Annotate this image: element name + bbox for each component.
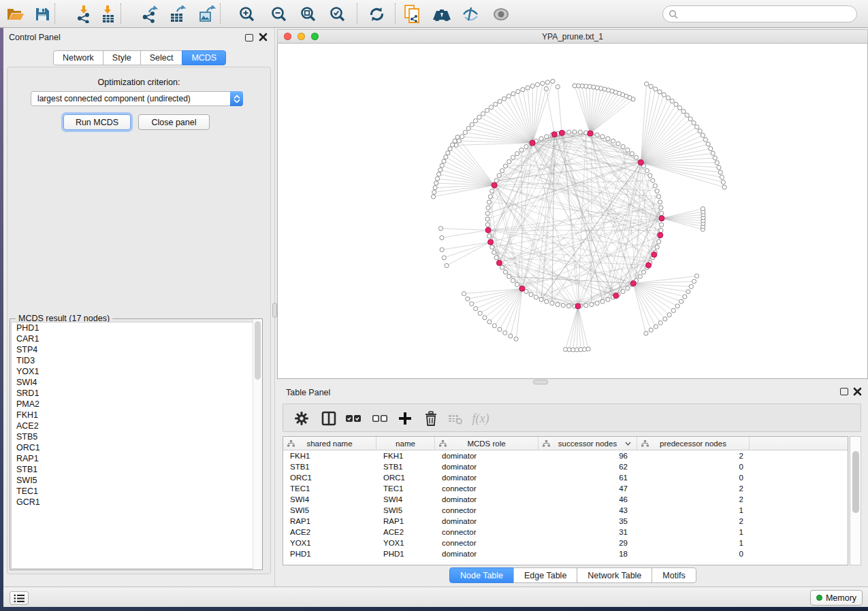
network-view-canvas[interactable]	[277, 44, 868, 379]
cell-predecessor-nodes[interactable]: 0	[637, 463, 750, 471]
cell-name[interactable]: RAP1	[376, 517, 435, 525]
open-folder-icon[interactable]	[5, 5, 26, 24]
export-image-icon[interactable]	[197, 5, 217, 24]
tab-motifs[interactable]: Motifs	[652, 567, 696, 583]
control-panel-float-icon[interactable]	[245, 34, 253, 42]
memory-button[interactable]: Memory	[810, 590, 863, 606]
save-icon[interactable]	[32, 5, 52, 24]
tab-node-table[interactable]: Node Table	[449, 567, 514, 583]
cell-mcds-role[interactable]: dominator	[435, 495, 539, 503]
show-hidden-icon[interactable]	[491, 5, 511, 24]
mcds-result-item[interactable]: STP4	[12, 344, 261, 355]
mcds-result-item[interactable]: PMA2	[12, 399, 261, 410]
mcds-result-item[interactable]: YOX1	[12, 366, 261, 377]
table-row[interactable]: TEC1 TEC1 connector 47 2	[283, 483, 848, 494]
cell-successor-nodes[interactable]: 61	[539, 474, 637, 482]
table-row[interactable]: PHD1 PHD1 dominator 18 0	[283, 548, 848, 559]
zoom-in-icon[interactable]	[237, 5, 257, 24]
tab-style[interactable]: Style	[103, 50, 141, 65]
cell-name[interactable]: ORC1	[376, 474, 435, 482]
cell-successor-nodes[interactable]: 29	[539, 539, 637, 547]
export-network-icon[interactable]	[140, 5, 160, 24]
delete-column-icon[interactable]	[421, 410, 441, 427]
cell-predecessor-nodes[interactable]: 2	[637, 484, 750, 493]
cell-successor-nodes[interactable]: 35	[539, 517, 637, 525]
cell-shared-name[interactable]: STB1	[283, 463, 376, 471]
search-input[interactable]	[678, 10, 856, 19]
cell-name[interactable]: FKH1	[376, 452, 435, 460]
cell-predecessor-nodes[interactable]: 0	[637, 474, 750, 482]
cell-name[interactable]: PHD1	[376, 550, 435, 558]
new-network-from-selection-icon[interactable]	[402, 5, 423, 24]
zoom-selected-icon[interactable]	[327, 5, 348, 24]
cell-name[interactable]: TEC1	[376, 484, 435, 493]
function-builder-icon[interactable]: f(x)	[470, 410, 491, 427]
tab-network[interactable]: Network	[53, 50, 103, 65]
node-table[interactable]: shared name name MCDS role successor nod…	[283, 436, 848, 565]
refresh-icon[interactable]	[366, 5, 387, 24]
mcds-result-item[interactable]: TEC1	[12, 486, 261, 497]
select-all-checkboxes-icon[interactable]	[343, 410, 364, 427]
column-header-shared-name[interactable]: shared name	[283, 437, 376, 450]
unselect-all-checkboxes-icon[interactable]	[370, 410, 390, 427]
cell-successor-nodes[interactable]: 47	[539, 484, 637, 493]
cell-mcds-role[interactable]: dominator	[435, 452, 539, 460]
mcds-result-item[interactable]: ACE2	[12, 420, 261, 431]
column-header-predecessor-nodes[interactable]: predecessor nodes	[637, 437, 750, 450]
tab-mcds[interactable]: MCDS	[182, 50, 226, 65]
cell-shared-name[interactable]: PHD1	[283, 550, 376, 558]
cell-mcds-role[interactable]: connector	[435, 484, 539, 493]
cell-shared-name[interactable]: SWI5	[283, 506, 376, 514]
mcds-result-item[interactable]: STB1	[12, 464, 261, 475]
cell-name[interactable]: ACE2	[376, 528, 435, 536]
cell-successor-nodes[interactable]: 18	[539, 550, 637, 558]
cell-mcds-role[interactable]: dominator	[435, 550, 539, 558]
mcds-result-item[interactable]: SRD1	[12, 388, 261, 399]
tab-edge-table[interactable]: Edge Table	[513, 567, 577, 583]
hide-selected-icon[interactable]	[461, 5, 481, 24]
task-history-button[interactable]	[10, 591, 29, 605]
cell-shared-name[interactable]: SWI4	[283, 495, 376, 503]
cell-shared-name[interactable]: TEC1	[283, 484, 376, 493]
column-header-mcds-role[interactable]: MCDS role	[435, 437, 539, 450]
table-row[interactable]: YOX1 YOX1 connector 29 1	[283, 538, 848, 548]
cell-predecessor-nodes[interactable]: 0	[637, 550, 750, 558]
search-network-icon[interactable]	[432, 5, 452, 24]
cell-shared-name[interactable]: RAP1	[283, 517, 376, 525]
mcds-result-item[interactable]: PHD1	[12, 323, 261, 333]
mcds-result-list[interactable]: PHD1CAR1STP4TID3YOX1SWI4SRD1PMA2FKH1ACE2…	[11, 322, 261, 569]
table-row[interactable]: SWI5 SWI5 connector 43 1	[283, 505, 848, 516]
import-table-icon[interactable]	[98, 5, 118, 24]
show-columns-icon[interactable]	[319, 410, 339, 427]
cell-shared-name[interactable]: YOX1	[283, 539, 376, 547]
column-header-name[interactable]: name	[376, 437, 435, 450]
mcds-result-item[interactable]: STB5	[12, 431, 261, 442]
cell-successor-nodes[interactable]: 62	[539, 463, 637, 471]
import-network-icon[interactable]	[74, 5, 95, 24]
export-table-icon[interactable]	[167, 5, 188, 24]
table-row[interactable]: STB1 STB1 dominator 62 0	[283, 461, 848, 472]
mcds-list-scrollbar[interactable]	[253, 319, 262, 569]
cell-predecessor-nodes[interactable]: 2	[637, 517, 750, 525]
mcds-result-item[interactable]: FKH1	[12, 410, 261, 420]
zoom-fit-icon[interactable]	[298, 5, 319, 24]
table-panel-close-icon[interactable]	[853, 387, 862, 398]
mcds-result-item[interactable]: ORC1	[12, 442, 261, 453]
table-options-gear-icon[interactable]	[291, 410, 312, 427]
vertical-splitter-handle[interactable]	[272, 303, 277, 318]
table-panel-float-icon[interactable]	[840, 388, 848, 395]
tab-network-table[interactable]: Network Table	[577, 567, 652, 583]
tab-select[interactable]: Select	[140, 50, 183, 65]
cell-predecessor-nodes[interactable]: 1	[637, 539, 750, 547]
cell-predecessor-nodes[interactable]: 2	[637, 452, 750, 460]
table-scrollbar-thumb[interactable]	[852, 451, 859, 513]
close-panel-button[interactable]: Close panel	[138, 114, 210, 130]
table-scrollbar[interactable]	[850, 436, 861, 565]
control-panel-close-icon[interactable]	[259, 33, 268, 44]
optimization-criterion-select[interactable]: largest connected component (undirected)	[31, 91, 243, 106]
delete-table-icon[interactable]	[445, 410, 466, 427]
table-row[interactable]: ACE2 ACE2 connector 31 1	[283, 527, 848, 538]
zoom-out-icon[interactable]	[269, 5, 289, 24]
run-mcds-button[interactable]: Run MCDS	[63, 114, 131, 130]
table-row[interactable]: SWI4 SWI4 dominator 46 2	[283, 494, 848, 505]
